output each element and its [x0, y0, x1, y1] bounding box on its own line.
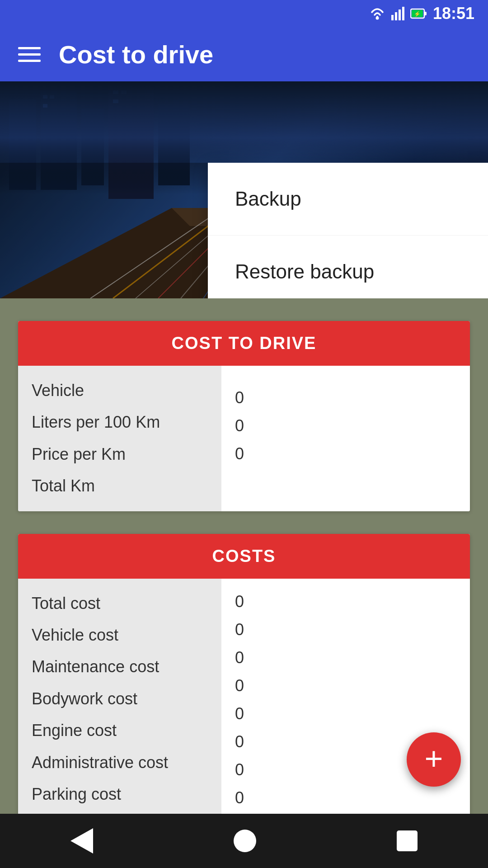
cost-to-drive-card: COST TO DRIVE Vehicle Liters per 100 Km … — [18, 321, 470, 511]
hamburger-line-3 — [18, 60, 41, 62]
value-accessories-cost: 0 — [235, 788, 456, 807]
label-total-km: Total Km — [32, 475, 208, 497]
value-maintenance-cost: 0 — [235, 648, 456, 667]
svg-rect-6 — [424, 12, 427, 15]
status-bar: ⚡ 18:51 — [0, 0, 488, 27]
app-title: Cost to drive — [59, 40, 213, 69]
label-total-cost: Total cost — [32, 592, 208, 615]
nav-recent-button[interactable] — [397, 830, 418, 851]
nav-back-button[interactable] — [70, 828, 93, 854]
svg-rect-3 — [399, 9, 401, 20]
add-fab-button[interactable]: + — [407, 732, 461, 787]
svg-text:⚡: ⚡ — [414, 10, 421, 17]
value-vehicle-cost: 0 — [235, 620, 456, 639]
signal-icon — [391, 7, 405, 20]
nav-home-button[interactable] — [234, 830, 256, 852]
cost-to-drive-body: Vehicle Liters per 100 Km Price per Km T… — [18, 366, 470, 511]
home-icon — [234, 830, 256, 852]
back-icon — [70, 828, 93, 854]
top-bar: Cost to drive — [0, 27, 488, 81]
status-time: 18:51 — [433, 4, 474, 23]
label-price-per-km: Price per Km — [32, 443, 208, 466]
costs-header: COSTS — [18, 534, 470, 579]
hamburger-menu-button[interactable] — [18, 47, 41, 62]
value-total-km: 0 — [235, 444, 456, 463]
label-liters: Liters per 100 Km — [32, 411, 208, 434]
cost-to-drive-values: 0 0 0 — [221, 366, 470, 511]
value-engine-cost: 0 — [235, 704, 456, 723]
svg-rect-2 — [395, 12, 397, 20]
value-total-cost: 0 — [235, 592, 456, 611]
label-administrative-cost: Administrative cost — [32, 751, 208, 774]
fab-plus-icon: + — [425, 743, 443, 774]
value-liters: 0 — [235, 388, 456, 407]
svg-rect-4 — [402, 7, 404, 20]
cost-to-drive-header: COST TO DRIVE — [18, 321, 470, 366]
menu-item-restore-backup[interactable]: Restore backup — [208, 236, 488, 298]
battery-icon: ⚡ — [410, 7, 427, 20]
recent-icon — [397, 830, 418, 851]
cost-to-drive-labels: Vehicle Liters per 100 Km Price per Km T… — [18, 366, 221, 511]
costs-title: COSTS — [212, 547, 276, 566]
label-engine-cost: Engine cost — [32, 719, 208, 742]
hamburger-line-2 — [18, 53, 41, 56]
value-price-per-km: 0 — [235, 416, 456, 435]
value-bodywork-cost: 0 — [235, 676, 456, 695]
label-bodywork-cost: Bodywork cost — [32, 688, 208, 710]
label-vehicle-cost: Vehicle cost — [32, 624, 208, 646]
status-icons: ⚡ 18:51 — [369, 4, 474, 23]
svg-point-0 — [375, 17, 379, 20]
bottom-nav — [0, 814, 488, 868]
label-parking-cost: Parking cost — [32, 783, 208, 806]
hero-image: Backup Restore backup How to About — [0, 81, 488, 298]
hamburger-line-1 — [18, 47, 41, 49]
svg-rect-1 — [391, 15, 394, 20]
cost-to-drive-title: COST TO DRIVE — [172, 334, 317, 353]
label-maintenance-cost: Maintenance cost — [32, 656, 208, 678]
label-vehicle: Vehicle — [32, 379, 208, 402]
main-content: COST TO DRIVE Vehicle Liters per 100 Km … — [0, 298, 488, 868]
menu-item-backup[interactable]: Backup — [208, 163, 488, 236]
wifi-icon — [369, 7, 386, 20]
dropdown-menu: Backup Restore backup How to About — [208, 163, 488, 298]
